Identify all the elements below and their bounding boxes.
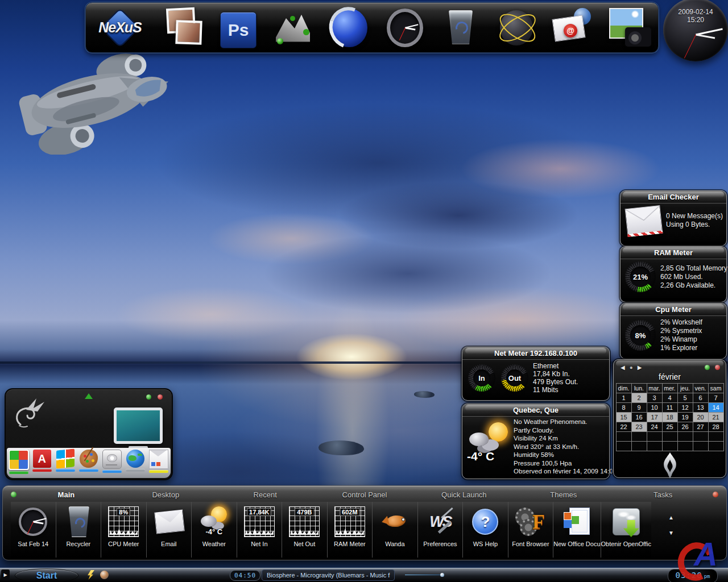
tab-quick-launch[interactable]: Quick Launch	[414, 490, 514, 499]
dock-item-ram-meter[interactable]: 602MRAM Meter	[327, 502, 373, 558]
email-checker-widget[interactable]: Email Checker 0 New Message(s)Using 0 By…	[620, 190, 727, 246]
shelf-item-disc-drive[interactable]	[102, 450, 122, 473]
calendar-day-26[interactable]: 26	[677, 422, 693, 432]
photoshop-icon[interactable]: Ps	[220, 12, 257, 48]
calendar-day-10[interactable]: 10	[647, 403, 662, 413]
calendar-day-14[interactable]: 14	[708, 403, 723, 413]
tab-control-panel[interactable]: Control Panel	[315, 490, 415, 499]
dock-status-dot-red[interactable]	[713, 492, 718, 497]
tab-recent[interactable]: Recent	[216, 490, 315, 499]
calendar-day-25[interactable]: 25	[662, 422, 677, 432]
seek-slider[interactable]	[405, 575, 442, 575]
calendar-day-12[interactable]: 12	[677, 403, 693, 413]
recycle-bin-icon[interactable]	[442, 8, 479, 48]
desktop-clock-widget[interactable]: 2009-02-14 15:20	[663, 0, 728, 61]
tab-tasks[interactable]: Tasks	[613, 490, 713, 499]
text-line: 17,84 Kb In.	[533, 370, 606, 378]
task-button[interactable]: Biosphere - Microgravity (Bluemars - Mus…	[262, 569, 395, 581]
day-header: lun.	[631, 384, 647, 393]
email-icon[interactable]: @	[553, 8, 591, 48]
calendar-day-1[interactable]: 1	[616, 393, 631, 403]
ram-meter-widget[interactable]: RAM Meter 21% 2,85 Gb Total Memory602 Mb…	[620, 246, 727, 302]
media-time-display[interactable]: 04:50	[230, 570, 260, 581]
taskbar-expand-button[interactable]: ▶	[1, 569, 10, 580]
calendar-day-2[interactable]: 2	[631, 393, 647, 403]
calendar-day-5[interactable]: 5	[677, 393, 693, 403]
calendar-day-11[interactable]: 11	[662, 403, 677, 413]
calendar-day-19[interactable]: 19	[677, 413, 693, 422]
scroll-up-icon[interactable]: ▲	[668, 514, 674, 521]
nexus-logo-icon[interactable]: NeXuS	[94, 8, 146, 48]
workshelf-panel[interactable]: A	[5, 388, 173, 480]
close-dot[interactable]	[715, 365, 720, 370]
calendar-day-23[interactable]: 23	[631, 422, 647, 432]
dock-item-preferences[interactable]: WSPreferences	[417, 502, 463, 558]
shelf-item-mail-pictures[interactable]	[148, 450, 169, 473]
calendar-day-15[interactable]: 15	[616, 413, 631, 422]
network-globe-icon[interactable]	[498, 8, 535, 48]
tab-themes[interactable]: Themes	[514, 490, 613, 499]
today-button[interactable]: ●	[630, 364, 633, 371]
calendar-day-8[interactable]: 8	[616, 403, 631, 413]
scroll-down-icon[interactable]: ▼	[668, 530, 674, 536]
shelf-minimize-dot[interactable]	[146, 394, 151, 400]
calendar-day-9[interactable]: 9	[631, 403, 647, 413]
minimize-dot[interactable]	[705, 365, 710, 370]
winamp-bolt-icon[interactable]	[86, 570, 94, 580]
calendar-day-3[interactable]: 3	[647, 393, 662, 403]
analog-clock-icon[interactable]	[386, 8, 424, 48]
calendar-month: février	[614, 372, 726, 383]
dock-item-font-browser[interactable]: FFont Browser	[508, 502, 553, 558]
calendar-day-21[interactable]: 21	[708, 413, 723, 422]
shelf-item-adobe[interactable]: A	[32, 450, 52, 472]
calendar-day-24[interactable]: 24	[647, 422, 662, 432]
icon-glyph: A	[38, 452, 46, 465]
next-month-button[interactable]: ▶	[638, 364, 642, 371]
calendar-day-18[interactable]: 18	[662, 413, 677, 422]
dock-item-weather[interactable]: -4° CWeather	[191, 502, 237, 558]
dock-item-ws-help[interactable]: ?WS Help	[462, 502, 508, 558]
cpu-meter-widget[interactable]: Cpu Meter 8% 2% Workshelf2% Sysmetrix2% …	[620, 303, 727, 359]
dock-item-sat-feb-14[interactable]: Sat Feb 14	[11, 502, 56, 558]
icon-badge: 17,84K	[247, 508, 271, 516]
calendar-day-20[interactable]: 20	[693, 413, 708, 422]
shelf-item-paint-palette[interactable]	[78, 450, 99, 472]
photo-viewer-icon[interactable]	[164, 8, 202, 48]
shelf-up-arrow-icon[interactable]	[85, 393, 93, 399]
dock-item-obtenir-openoffic[interactable]: Obtenir OpenOffic	[601, 502, 651, 558]
shelf-item-internet-globe[interactable]	[125, 450, 146, 472]
calendar-day-7[interactable]: 7	[708, 393, 723, 403]
browser-globe-icon[interactable]	[100, 571, 109, 579]
dock-item-wanda[interactable]: Wanda	[372, 502, 417, 558]
dock-item-email[interactable]: Email	[146, 502, 192, 558]
calendar-day-17[interactable]: 17	[647, 413, 662, 422]
dock-item-new-office-docu[interactable]: New Office Docu	[553, 502, 600, 558]
weather-widget[interactable]: Quebec, Que -4° C No Weather Phenomena.P…	[462, 404, 610, 479]
blue-sphere-icon[interactable]	[330, 8, 368, 48]
calendar-day-16[interactable]: 16	[631, 413, 647, 422]
dock-item-net-out[interactable]: 479BNet Out	[282, 502, 327, 558]
dock-item-recycler[interactable]: Recycler	[56, 502, 101, 558]
calendar-day-28[interactable]: 28	[708, 422, 723, 432]
shelf-item-windows[interactable]	[55, 450, 76, 472]
shelf-item-office-suite[interactable]	[9, 450, 29, 474]
calendar-day-22[interactable]: 22	[616, 422, 631, 432]
dock-status-dot-green[interactable]	[11, 492, 16, 497]
calendar-widget[interactable]: ◀ ● ▶ février dim.lun.mar.mer.jeu.ven.sa…	[613, 359, 726, 478]
tab-desktop[interactable]: Desktop	[116, 490, 216, 499]
start-button[interactable]: Start	[15, 568, 78, 582]
calendar-day-4[interactable]: 4	[662, 393, 677, 403]
prev-month-button[interactable]: ◀	[621, 364, 625, 371]
calendar-day-6[interactable]: 6	[693, 393, 708, 403]
tab-main[interactable]: Main	[16, 490, 116, 499]
net-meter-widget[interactable]: Net Meter 192.168.0.100 In Out Ethernet1…	[462, 347, 610, 401]
dock-item-cpu-meter[interactable]: 8%CPU Meter	[101, 502, 146, 558]
calendar-day-13[interactable]: 13	[693, 403, 708, 413]
screenshot-camera-icon[interactable]	[609, 8, 650, 48]
chart-3d-icon[interactable]	[275, 8, 312, 48]
dock-item-net-in[interactable]: 17,84KNet In	[237, 502, 282, 558]
calendar-day-27[interactable]: 27	[693, 422, 708, 432]
shelf-close-dot[interactable]	[158, 394, 163, 400]
taskbar-clock[interactable]: 03:20 pm	[668, 569, 718, 582]
taskbar-time: 03:20	[676, 571, 702, 580]
